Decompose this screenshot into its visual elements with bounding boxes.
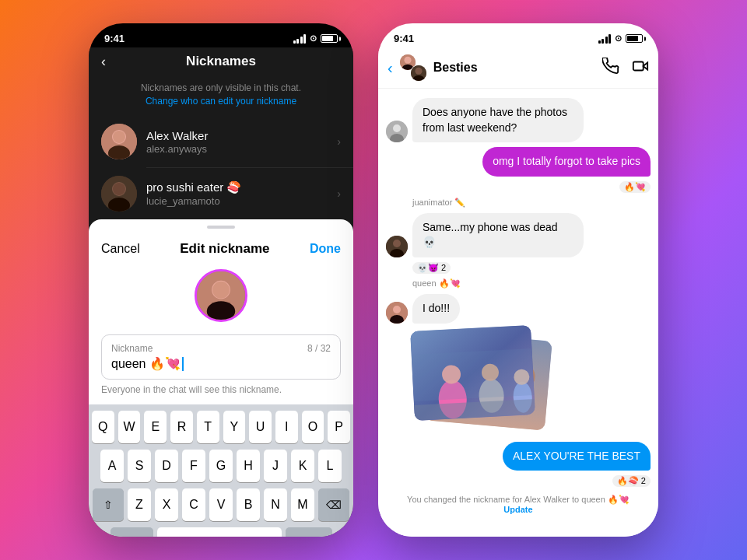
space-key[interactable]: space: [157, 527, 282, 537]
key-r[interactable]: R: [170, 411, 193, 443]
messenger-action-icons: [602, 58, 649, 79]
svg-point-3: [113, 131, 125, 143]
svg-point-16: [415, 68, 422, 75]
keyboard-row-3: ⇧ Z X C V B N M ⌫: [92, 488, 350, 521]
key-k[interactable]: K: [291, 450, 314, 482]
key-j[interactable]: J: [264, 450, 287, 482]
key-s[interactable]: S: [128, 450, 151, 482]
contact-list: Alex Walker alex.anyways ›: [89, 116, 353, 219]
key-i[interactable]: I: [275, 411, 298, 443]
right-phone: 9:41 ⊙ ‹: [378, 23, 658, 537]
left-back-button[interactable]: ‹: [101, 54, 106, 70]
group-avatar-2: [410, 65, 427, 82]
svg-point-10: [207, 301, 235, 321]
svg-rect-40: [412, 348, 535, 401]
svg-point-13: [404, 57, 411, 64]
svg-rect-18: [633, 61, 644, 70]
msg-row-4: I do!!!: [386, 294, 651, 324]
contact-item-lucie[interactable]: pro sushi eater 🍣 lucie_yamamoto ›: [89, 168, 353, 219]
right-signal-icon: [598, 34, 612, 44]
alex-contact-info: Alex Walker alex.anyways: [146, 129, 337, 155]
video-icon[interactable]: [632, 58, 649, 79]
contact-item-alex[interactable]: Alex Walker alex.anyways ›: [89, 116, 353, 167]
keyboard-row-2: A S D F G H J K L: [92, 450, 350, 482]
lucie-avatar-img: [101, 176, 137, 212]
edit-nickname-sheet: Cancel Edit nickname Done Nickname 8 / 3…: [89, 219, 353, 537]
key-l[interactable]: L: [318, 450, 342, 482]
left-wifi-icon: ⊙: [310, 33, 317, 44]
left-dark-section: ‹ Nicknames Nicknames are only visible i…: [89, 47, 353, 537]
sheet-user-avatar: [195, 269, 247, 322]
call-icon[interactable]: [602, 58, 619, 79]
key-z[interactable]: Z: [128, 488, 151, 521]
reaction-badge-5: 🔥🍣 2: [612, 475, 651, 487]
photo-front: [410, 325, 535, 421]
char-count: 8 / 32: [307, 343, 331, 354]
delete-key[interactable]: ⌫: [318, 488, 349, 521]
key-x[interactable]: X: [155, 488, 178, 521]
keyboard-row-4: 123 space return: [92, 527, 350, 537]
key-q[interactable]: Q: [92, 411, 114, 443]
change-nickname-link[interactable]: Change who can edit your nickname: [104, 96, 338, 107]
messages-area: Does anyone have the photos from last we…: [378, 89, 658, 537]
messenger-back-button[interactable]: ‹: [388, 59, 393, 77]
numbers-key[interactable]: 123: [110, 527, 153, 537]
key-e[interactable]: E: [144, 411, 167, 443]
key-p[interactable]: P: [328, 411, 350, 443]
shift-key[interactable]: ⇧: [93, 488, 124, 521]
system-update-link[interactable]: Update: [503, 505, 532, 514]
subtitle-section: Nicknames are only visible in this chat.…: [89, 75, 353, 116]
sender-label-juanimator: juanimator ✏️: [412, 198, 651, 208]
key-f[interactable]: F: [182, 450, 205, 482]
messenger-nav: ‹ Besties: [378, 47, 658, 89]
sent-emoji-row-2: 🔥💘: [386, 181, 651, 193]
left-status-bar: 9:41 ⊙: [89, 23, 353, 47]
right-status-icons: ⊙: [598, 33, 644, 44]
key-u[interactable]: U: [249, 411, 272, 443]
sheet-header: Cancel Edit nickname Done: [89, 238, 353, 269]
return-key[interactable]: return: [286, 527, 332, 537]
left-time: 9:41: [104, 33, 124, 44]
msg-row-2: omg I totally forgot to take pics: [386, 147, 651, 177]
lucie-handle: lucie_yamamoto: [146, 195, 337, 207]
bubble-4: I do!!!: [412, 294, 460, 324]
right-battery-icon: [626, 34, 643, 43]
text-cursor: [182, 357, 184, 371]
key-m[interactable]: M: [291, 488, 314, 521]
key-a[interactable]: A: [100, 450, 124, 482]
key-d[interactable]: D: [155, 450, 178, 482]
sheet-done-button[interactable]: Done: [310, 242, 341, 256]
system-message: You changed the nickname for Alex Walker…: [386, 495, 651, 514]
sheet-title: Edit nickname: [180, 241, 269, 257]
left-signal-icon: [293, 34, 307, 44]
bubble-1: Does anyone have the photos from last we…: [412, 98, 584, 142]
key-w[interactable]: W: [118, 411, 141, 443]
reaction-badge-2: 🔥💘: [619, 181, 651, 193]
svg-point-11: [212, 282, 230, 299]
key-h[interactable]: H: [237, 450, 260, 482]
sheet-cancel-button[interactable]: Cancel: [101, 242, 140, 256]
key-b[interactable]: B: [237, 488, 260, 521]
reaction-row-3: 💀👿 2: [412, 262, 651, 274]
alex-avatar: [101, 124, 137, 159]
input-label-row: Nickname 8 / 32: [111, 343, 331, 354]
nickname-input-box[interactable]: Nickname 8 / 32 queen 🔥💘: [101, 334, 341, 380]
reaction-badge-3: 💀👿 2: [412, 262, 451, 274]
key-n[interactable]: N: [264, 488, 287, 521]
subtitle-text: Nicknames are only visible in this chat.: [141, 82, 301, 93]
msg-row-3: Same...my phone was dead 💀: [386, 213, 651, 257]
svg-point-20: [393, 124, 401, 132]
key-y[interactable]: Y: [223, 411, 246, 443]
lucie-contact-info: pro sushi eater 🍣 lucie_yamamoto: [146, 180, 337, 207]
key-v[interactable]: V: [209, 488, 233, 521]
key-t[interactable]: T: [197, 411, 219, 443]
key-o[interactable]: O: [302, 411, 324, 443]
alex-chevron-icon: ›: [337, 135, 341, 148]
lucie-avatar: [101, 176, 137, 212]
nickname-input-value[interactable]: queen 🔥💘: [111, 356, 331, 371]
left-battery-icon: [321, 34, 338, 43]
key-c[interactable]: C: [182, 488, 205, 521]
key-g[interactable]: G: [209, 450, 233, 482]
left-nav-title: Nicknames: [186, 54, 256, 69]
svg-point-23: [393, 240, 401, 247]
